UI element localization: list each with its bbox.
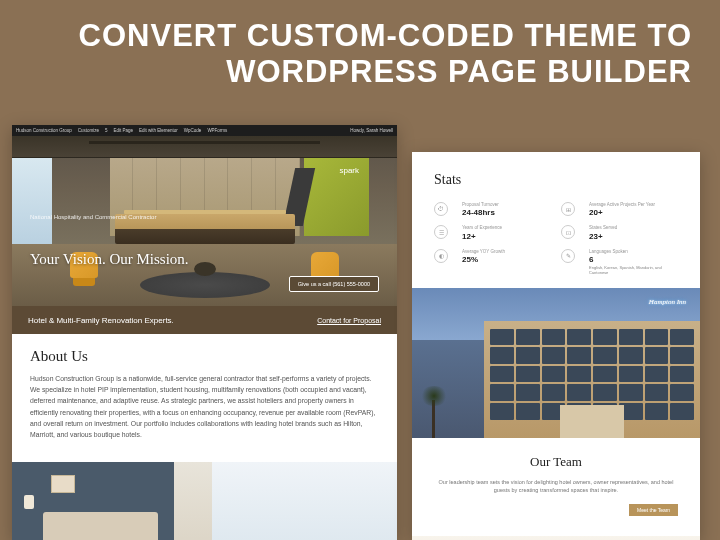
stat-growth: Average YOY Growth 25% — [462, 249, 551, 276]
about-body: Hudson Construction Group is a nationwid… — [30, 373, 379, 440]
years-icon: ☰ — [434, 225, 448, 239]
team-body: Our leadership team sets the vision for … — [434, 478, 678, 495]
palm-tree — [420, 378, 448, 438]
hero-accent-wall — [304, 158, 369, 236]
adminbar-updates[interactable]: 5 — [105, 128, 108, 133]
stats-grid: ⏱ Proposal Turnover 24-48hrs ⊞ Average A… — [434, 202, 678, 276]
preview-card-left: Hudson Construction Group Customize 5 Ed… — [12, 125, 397, 540]
hero-window — [12, 158, 52, 248]
promo-headline: CONVERT CUSTOM-CODED THEME TO WORDPRESS … — [79, 18, 692, 89]
stats-section: Stats ⏱ Proposal Turnover 24-48hrs ⊞ Ave… — [412, 152, 700, 288]
hero-chair-right — [311, 252, 339, 278]
stat-projects: Average Active Projects Per Year 20+ — [589, 202, 678, 217]
tagline-text: Hotel & Multi-Family Renovation Experts. — [28, 316, 174, 325]
stat-states: States Served 23+ — [589, 225, 678, 240]
bottom-room-image — [412, 536, 700, 540]
clock-icon: ⏱ — [434, 202, 448, 216]
stat-languages: Languages Spoken 6 English, Korean, Span… — [589, 249, 678, 276]
language-icon: ✎ — [561, 249, 575, 263]
hotel-building — [484, 321, 700, 438]
hero-table — [194, 262, 216, 276]
hero-subtitle: National Hospitality and Commercial Cont… — [30, 214, 156, 220]
headline-line1: CONVERT CUSTOM-CODED THEME TO — [79, 18, 692, 54]
team-heading: Our Team — [434, 454, 678, 470]
bedroom-image — [12, 462, 397, 540]
meet-team-button[interactable]: Meet the Team — [629, 504, 678, 516]
tagline-bar: Hotel & Multi-Family Renovation Experts.… — [12, 306, 397, 334]
adminbar-site[interactable]: Hudson Construction Group — [16, 128, 72, 133]
adminbar-customize[interactable]: Customize — [78, 128, 99, 133]
adminbar-wpcode[interactable]: WpCode — [184, 128, 202, 133]
stat-proposal: Proposal Turnover 24-48hrs — [462, 202, 551, 217]
spark-logo: spark — [339, 166, 359, 175]
hero-section: spark National Hospitality and Commercia… — [12, 136, 397, 306]
wp-admin-bar[interactable]: Hudson Construction Group Customize 5 Ed… — [12, 125, 397, 136]
adminbar-editpage[interactable]: Edit Page — [114, 128, 134, 133]
hero-ceiling — [12, 136, 397, 158]
growth-icon: ◐ — [434, 249, 448, 263]
stat-years: Years of Experience 12+ — [462, 225, 551, 240]
hotel-sign: Hampton Inn — [649, 298, 686, 306]
adminbar-elementor[interactable]: Edit with Elementor — [139, 128, 178, 133]
adminbar-howdy[interactable]: Howdy, Sarah Howell — [350, 128, 393, 133]
hotel-exterior-image: Hampton Inn — [412, 288, 700, 438]
headline-line2: WORDPRESS PAGE BUILDER — [79, 54, 692, 90]
projects-icon: ⊞ — [561, 202, 575, 216]
hero-title: Your Vision. Our Mission. — [30, 251, 189, 268]
states-icon: ⊡ — [561, 225, 575, 239]
adminbar-wpforms[interactable]: WPForms — [207, 128, 227, 133]
stats-heading: Stats — [434, 172, 678, 188]
about-heading: About Us — [30, 348, 379, 365]
contact-proposal-link[interactable]: Contact for Proposal — [317, 317, 381, 324]
hero-cta-button[interactable]: Give us a call (561) 555-0000 — [289, 276, 379, 292]
about-section: About Us Hudson Construction Group is a … — [12, 334, 397, 454]
preview-card-right: Stats ⏱ Proposal Turnover 24-48hrs ⊞ Ave… — [412, 152, 700, 540]
team-section: Our Team Our leadership team sets the vi… — [412, 438, 700, 533]
